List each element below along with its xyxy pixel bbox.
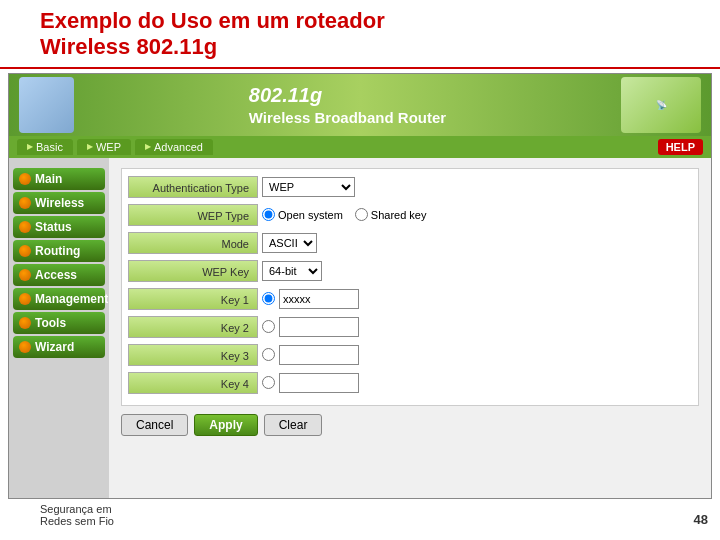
content-panel: Authentication Type WEP Open System Shar… (109, 158, 711, 498)
key2-input[interactable] (279, 317, 359, 337)
wep-key-label: WEP Key (128, 260, 258, 282)
key1-row: Key 1 (128, 287, 692, 311)
bullet-icon (19, 269, 31, 281)
key4-row: Key 4 (128, 371, 692, 395)
sidebar-item-access[interactable]: Access (13, 264, 105, 286)
key3-radio[interactable] (262, 348, 275, 361)
title-area: Exemplo do Uso em um roteador Wireless 8… (0, 0, 720, 69)
page-number: 48 (694, 512, 708, 527)
mode-row: Mode ASCII Hex (128, 231, 692, 255)
cancel-button[interactable]: Cancel (121, 414, 188, 436)
router-header: 802.11g Wireless Broadband Router 📡 (9, 74, 711, 136)
bullet-icon (19, 293, 31, 305)
key3-control (262, 345, 359, 365)
arrow-icon: ▶ (145, 142, 151, 151)
router-body: Main Wireless Status Routing Access Mana… (9, 158, 711, 498)
form-section: Authentication Type WEP Open System Shar… (121, 168, 699, 406)
bullet-icon (19, 221, 31, 233)
sidebar-item-wireless[interactable]: Wireless (13, 192, 105, 214)
wep-key-control: 64-bit 128-bit (262, 261, 322, 281)
sidebar-item-status[interactable]: Status (13, 216, 105, 238)
wep-open-system-radio[interactable] (262, 208, 275, 221)
mode-label: Mode (128, 232, 258, 254)
wep-type-row: WEP Type Open system Shared key (128, 203, 692, 227)
wep-shared-key-option[interactable]: Shared key (355, 208, 427, 221)
key2-radio[interactable] (262, 320, 275, 333)
key4-radio[interactable] (262, 376, 275, 389)
mode-control: ASCII Hex (262, 233, 317, 253)
bullet-icon (19, 197, 31, 209)
sidebar-item-management[interactable]: Management (13, 288, 105, 310)
wep-type-label: WEP Type (128, 204, 258, 226)
key4-label: Key 4 (128, 372, 258, 394)
bullet-icon (19, 341, 31, 353)
key4-input[interactable] (279, 373, 359, 393)
auth-type-select[interactable]: WEP Open System Shared Key (262, 177, 355, 197)
auth-type-row: Authentication Type WEP Open System Shar… (128, 175, 692, 199)
wep-key-row: WEP Key 64-bit 128-bit (128, 259, 692, 283)
key1-control (262, 289, 359, 309)
footer: Segurança em Redes sem Fio 48 (0, 499, 720, 531)
wep-type-control: Open system Shared key (262, 208, 426, 221)
router-logo: 802.11g Wireless Broadband Router (249, 82, 446, 128)
wep-shared-key-radio[interactable] (355, 208, 368, 221)
router-nav: ▶ Basic ▶ WEP ▶ Advanced HELP (9, 136, 711, 158)
auth-type-label: Authentication Type (128, 176, 258, 198)
sidebar-item-routing[interactable]: Routing (13, 240, 105, 262)
tab-wep[interactable]: ▶ WEP (77, 139, 131, 155)
arrow-icon: ▶ (27, 142, 33, 151)
key3-row: Key 3 (128, 343, 692, 367)
arrow-icon: ▶ (87, 142, 93, 151)
sidebar-item-wizard[interactable]: Wizard (13, 336, 105, 358)
footer-text: Segurança em Redes sem Fio (40, 503, 114, 527)
sidebar: Main Wireless Status Routing Access Mana… (9, 158, 109, 498)
key1-input[interactable] (279, 289, 359, 309)
tab-basic[interactable]: ▶ Basic (17, 139, 73, 155)
key1-radio[interactable] (262, 292, 275, 305)
router-frame: 802.11g Wireless Broadband Router 📡 ▶ Ba… (8, 73, 712, 499)
tab-advanced[interactable]: ▶ Advanced (135, 139, 213, 155)
key3-label: Key 3 (128, 344, 258, 366)
apply-button[interactable]: Apply (194, 414, 257, 436)
key4-control (262, 373, 359, 393)
key1-label: Key 1 (128, 288, 258, 310)
wep-key-select[interactable]: 64-bit 128-bit (262, 261, 322, 281)
wep-open-system-option[interactable]: Open system (262, 208, 343, 221)
button-row: Cancel Apply Clear (121, 406, 699, 440)
auth-type-control: WEP Open System Shared Key (262, 177, 355, 197)
person-left-image (19, 77, 74, 133)
sidebar-item-main[interactable]: Main (13, 168, 105, 190)
key2-control (262, 317, 359, 337)
help-button[interactable]: HELP (658, 139, 703, 155)
mode-select[interactable]: ASCII Hex (262, 233, 317, 253)
router-image: 📡 (621, 77, 701, 133)
bullet-icon (19, 317, 31, 329)
bullet-icon (19, 245, 31, 257)
key3-input[interactable] (279, 345, 359, 365)
clear-button[interactable]: Clear (264, 414, 323, 436)
bullet-icon (19, 173, 31, 185)
page-title: Exemplo do Uso em um roteador Wireless 8… (40, 8, 680, 61)
key2-row: Key 2 (128, 315, 692, 339)
key2-label: Key 2 (128, 316, 258, 338)
sidebar-item-tools[interactable]: Tools (13, 312, 105, 334)
